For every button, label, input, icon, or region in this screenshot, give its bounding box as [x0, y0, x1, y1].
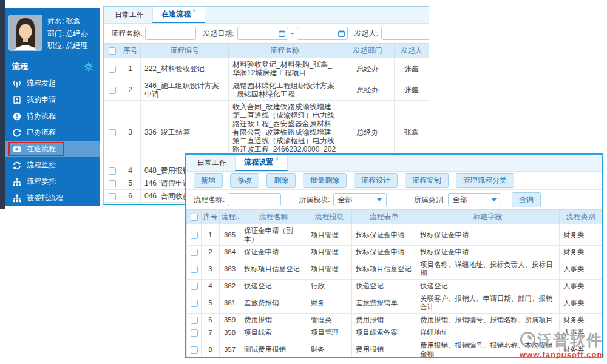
- sidebar-item-label: 被委托流程: [27, 193, 63, 203]
- table-row: 2 364 保证金申请 项目管理 投标保证金申请 投标保证金申请 财务类: [187, 246, 602, 258]
- cell-no: 1: [202, 224, 220, 246]
- cell-flow-category: 人事类: [560, 258, 602, 280]
- cell-no: 5: [120, 177, 141, 190]
- flow-name-input[interactable]: [145, 27, 196, 40]
- col-header-flow-name: 流程名称: [240, 210, 307, 224]
- toolbar-button[interactable]: 流程复制: [405, 173, 449, 188]
- user-name: 姓名: 张鑫: [47, 16, 88, 27]
- row-checkbox[interactable]: [191, 317, 198, 324]
- module-select-value: 全部: [338, 195, 353, 205]
- cell-no: 8: [202, 339, 220, 359]
- calendar-icon: [337, 30, 345, 38]
- settings-table-body: 1 365 保证金申请（副本） 项目管理 投标保证金申请 投标保证金申请 财务类…: [187, 224, 602, 359]
- panel2-filterbar: 流程名称: 所属模块: 全部 所属类别: 全部 查询: [186, 190, 602, 209]
- tab-daily-work[interactable]: 日常工作: [106, 7, 152, 23]
- tab-flow-settings[interactable]: 流程设置 ×: [235, 155, 288, 171]
- row-checkbox[interactable]: [191, 329, 198, 337]
- row-checkbox[interactable]: [109, 66, 116, 73]
- row-checkbox[interactable]: [191, 300, 198, 307]
- panel1-filterbar: 流程名称: 发起日期: - 发起人:: [104, 24, 429, 43]
- sidebar-item-pending-flows[interactable]: 待办流程: [5, 108, 100, 124]
- select-all-checkbox[interactable]: [191, 214, 198, 221]
- row-checkbox[interactable]: [109, 193, 116, 200]
- cell-flow-name: 项目线索: [240, 326, 307, 339]
- flow-name-input[interactable]: [228, 193, 281, 206]
- panel1-tabbar: 日常工作 在途流程 ×: [104, 7, 429, 24]
- cell-no: 3: [120, 101, 141, 164]
- sitemap-icon: [12, 177, 22, 187]
- row-checkbox[interactable]: [191, 266, 198, 273]
- row-checkbox[interactable]: [109, 87, 116, 94]
- tab-label: 在途流程: [161, 9, 191, 19]
- cell-no: 7: [202, 326, 220, 339]
- cell-flow-name: 保证金申请: [240, 246, 307, 258]
- cell-flow-module: 财务: [307, 292, 352, 314]
- cell-title-fields: 投标保证金申请: [416, 246, 560, 258]
- col-header-no: 序号: [202, 210, 220, 224]
- user-department: 部门: 总经办: [47, 29, 88, 39]
- row-checkbox[interactable]: [191, 249, 198, 256]
- toolbar-button[interactable]: 管理流程分类: [456, 173, 514, 188]
- table-row: 8 357 测试费用报销 财务 费用报销 费用报销、报销编号、报销名称、本次报销…: [187, 339, 602, 359]
- broadcast-icon: [12, 79, 22, 89]
- table-row: 2 346_施工组织设计方案申请 晟铭园林绿化工程组织设计方案_晟铭园林绿化工程…: [104, 79, 429, 101]
- cell-initiator: 张鑫: [395, 79, 429, 101]
- cell-flow-form: 费用报销: [352, 339, 416, 359]
- sidebar-item-label: 待办流程: [27, 111, 56, 121]
- cell-flow-code: 363: [220, 258, 240, 280]
- category-select[interactable]: 全部: [448, 193, 501, 206]
- settings-table: 序号 流程... 流程名称 流程模块 流程表单 标题字段 流程类别 1 365 …: [186, 209, 602, 358]
- initiator-label: 发起人:: [354, 29, 378, 39]
- sidebar-item-flow-delegate[interactable]: 流程委托: [5, 174, 100, 190]
- cell-flow-module: 项目管理: [307, 326, 352, 339]
- chevron-down-icon: [492, 198, 497, 201]
- toolbar-button[interactable]: 删除: [266, 173, 296, 188]
- module-select[interactable]: 全部: [333, 193, 387, 206]
- toolbar-button[interactable]: 流程设计: [354, 173, 398, 188]
- row-checkbox[interactable]: [191, 346, 198, 354]
- row-checkbox[interactable]: [191, 283, 198, 290]
- toolbar-button[interactable]: 修改: [230, 173, 259, 188]
- cell-flow-name: 晟铭园林绿化工程组织设计方案_晟铭园林绿化工程: [229, 79, 341, 101]
- sidebar-item-label: 流程监控: [27, 160, 56, 170]
- toolbar-button[interactable]: 新增: [194, 173, 223, 188]
- sidebar-item-flow-initiate[interactable]: 流程发起: [5, 75, 100, 92]
- cell-flow-module: 项目管理: [307, 258, 352, 280]
- tab-in-transit-flows[interactable]: 在途流程 ×: [152, 7, 205, 23]
- start-date-from-input[interactable]: [237, 27, 288, 40]
- tab-close-icon[interactable]: ×: [275, 155, 279, 162]
- user-profile: 姓名: 张鑫 部门: 总经办 职位: 总经理: [5, 8, 100, 58]
- tab-daily-work[interactable]: 日常工作: [189, 155, 235, 171]
- sidebar-item-completed-flows[interactable]: 已办流程: [5, 124, 100, 141]
- initiator-input[interactable]: [381, 27, 429, 40]
- cell-flow-name: 费用报销: [240, 314, 307, 326]
- cell-no: 2: [202, 246, 220, 258]
- cell-no: 3: [202, 258, 220, 280]
- cell-flow-name: 投标项目信息登记: [240, 258, 307, 280]
- col-header-flow-name: 流程名称: [229, 44, 341, 58]
- category-select-value: 全部: [453, 195, 467, 205]
- sidebar-item-flow-monitor[interactable]: 流程监控: [5, 157, 100, 174]
- sidebar-item-my-applications[interactable]: 我的申请: [5, 92, 100, 108]
- cell-flow-form: 快递登记: [352, 280, 416, 292]
- sidebar-item-delegated-flows[interactable]: 被委托流程: [5, 190, 100, 206]
- row-checkbox[interactable]: [109, 129, 116, 136]
- sidebar-item-in-transit-flows[interactable]: 在途流程: [5, 141, 100, 157]
- row-checkbox[interactable]: [109, 167, 116, 175]
- sidebar-section-title: 流程: [12, 61, 28, 72]
- cell-title-fields: 投标保证金申请: [416, 224, 560, 246]
- tab-close-icon[interactable]: ×: [192, 7, 196, 14]
- cell-flow-module: 项目管理: [307, 224, 352, 246]
- cell-flow-form: 差旅费报销单: [352, 292, 416, 314]
- row-checkbox[interactable]: [191, 232, 198, 239]
- gear-icon[interactable]: [84, 62, 93, 72]
- sidebar-item-label: 在途流程: [27, 144, 56, 154]
- cell-flow-category: 人事类: [560, 280, 602, 292]
- row-checkbox[interactable]: [109, 180, 116, 187]
- toolbar-button[interactable]: 批量删除: [303, 173, 347, 188]
- cell-no: 6: [120, 190, 141, 203]
- select-all-checkbox[interactable]: [109, 47, 116, 55]
- search-button[interactable]: 查询: [512, 192, 541, 207]
- start-date-to-input[interactable]: [297, 27, 348, 40]
- cell-flow-module: 行政: [307, 280, 352, 292]
